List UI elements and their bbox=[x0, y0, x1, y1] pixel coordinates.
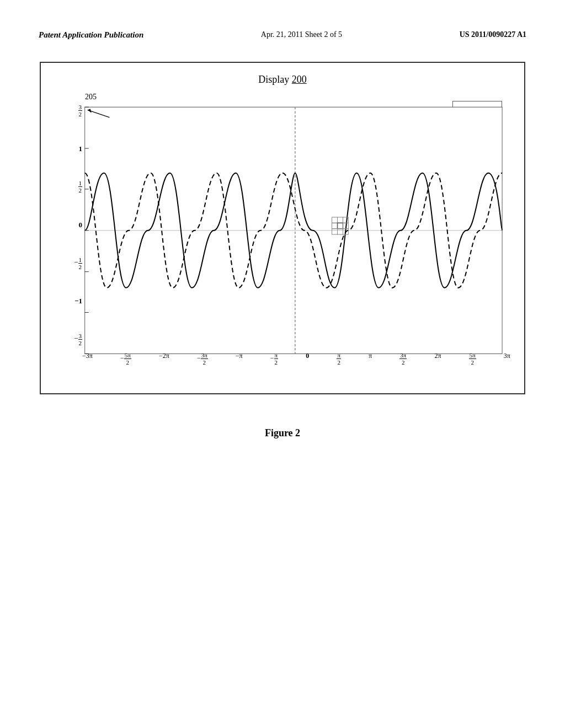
header-left: Patent Application Publication bbox=[39, 30, 143, 40]
y-label-0: 0 bbox=[79, 221, 83, 229]
x-label-neg3pi: −3π bbox=[82, 352, 93, 360]
display-number: 200 bbox=[292, 74, 307, 85]
x-label-neg3pi2: −3π2 bbox=[197, 352, 208, 366]
main-content: Display 200 205 100 sin(x) cos(x) bbox=[0, 51, 565, 450]
y-axis-labels: 32 1 12 0 −12 −1 −32 bbox=[55, 104, 82, 346]
y-label-neg-1: −1 bbox=[74, 297, 82, 306]
display-label: Display 200 bbox=[52, 74, 513, 85]
header-center: Apr. 21, 2011 Sheet 2 of 5 bbox=[261, 30, 342, 39]
x-label-negpi2: −π2 bbox=[270, 352, 278, 366]
y-label-neg-3-2: −32 bbox=[74, 333, 82, 346]
y-label-neg-1-2: −12 bbox=[74, 256, 82, 270]
x-label-3pi: 3π bbox=[504, 352, 510, 360]
y-label-1: 1 bbox=[79, 144, 83, 153]
y-label-1-2: 12 bbox=[78, 180, 83, 194]
x-label-neg5pi2: −5π2 bbox=[120, 352, 131, 366]
x-label-pi: π bbox=[369, 352, 372, 360]
x-label-3pi2: 3π2 bbox=[399, 352, 407, 366]
x-label-pi2: π2 bbox=[337, 352, 341, 366]
x-label-negpi: −π bbox=[236, 352, 243, 360]
graph-area: 205 100 sin(x) cos(x) bbox=[52, 90, 513, 377]
x-axis-labels: −3π −5π2 −2π −3π2 −π −π2 0 π2 π 3π2 2π 5… bbox=[82, 349, 510, 377]
figure-caption: Figure 2 bbox=[265, 427, 300, 439]
x-label-2pi: 2π bbox=[434, 352, 441, 360]
y-label-3-2: 32 bbox=[78, 104, 83, 117]
x-label-neg2pi: −2π bbox=[159, 352, 169, 360]
x-label-0: 0 bbox=[306, 352, 309, 360]
header-right: US 2011/0090227 A1 bbox=[460, 30, 526, 39]
x-label-5pi2: 5π2 bbox=[469, 352, 476, 366]
figure-container: Display 200 205 100 sin(x) cos(x) bbox=[40, 62, 525, 394]
graph-svg bbox=[52, 90, 513, 377]
page-header: Patent Application Publication Apr. 21, … bbox=[0, 0, 565, 51]
